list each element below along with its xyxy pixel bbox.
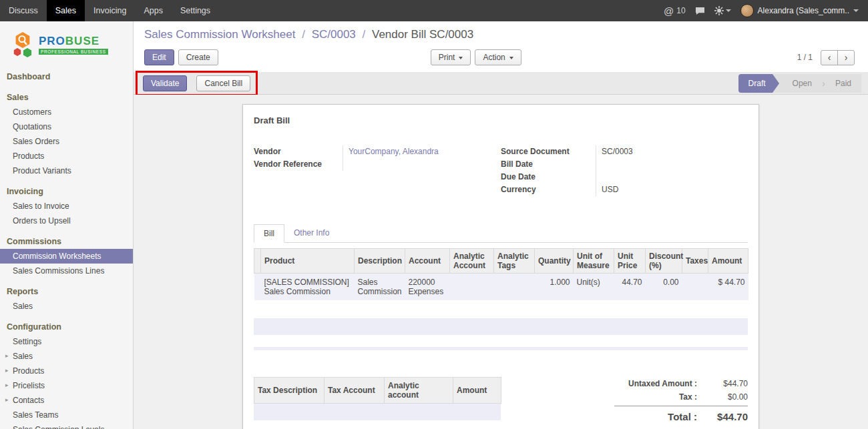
validate-button[interactable]: Validate: [143, 75, 187, 91]
column-header-description: Description: [355, 249, 405, 274]
edit-button[interactable]: Edit: [144, 49, 174, 65]
column-header-product: Product: [261, 249, 355, 274]
tax-value: $0.00: [704, 392, 748, 402]
messages-button[interactable]: [695, 7, 705, 15]
sidebar-section-configuration[interactable]: Configuration: [0, 320, 133, 334]
topbar-menu-apps[interactable]: Apps: [135, 0, 172, 21]
cell-account: 220000 Expenses: [405, 274, 450, 301]
bottom-section: Tax Description Tax Account Analytic acc…: [254, 377, 748, 429]
print-button[interactable]: Print: [431, 49, 471, 65]
notebook-tabs: Bill Other Info: [254, 224, 748, 243]
tax-row: Tax : $0.00: [614, 390, 748, 404]
breadcrumb: Sales Commission Worksheet / SC/0003 / V…: [144, 28, 855, 41]
due-date-value: [596, 171, 748, 183]
handle-column-header: [254, 249, 261, 274]
column-header-analytic-account: Analytic Account: [450, 249, 494, 274]
column-header-discount: Discount (%): [646, 249, 682, 274]
avatar: [740, 4, 754, 17]
caret-down-icon: [459, 57, 463, 59]
sidebar-section-reports[interactable]: Reports: [0, 284, 133, 299]
sidebar-item-contacts[interactable]: ▸Contacts: [0, 393, 133, 408]
untaxed-amount-row: Untaxed Amount : $44.70: [614, 377, 748, 390]
tab-bill[interactable]: Bill: [254, 224, 284, 243]
sidebar-item-sales-orders[interactable]: Sales Orders: [0, 134, 133, 149]
user-menu[interactable]: Alexandra (Sales_comm..: [740, 4, 859, 17]
breadcrumb-worksheet-link[interactable]: Sales Commission Worksheet: [144, 28, 295, 41]
cell-description: Sales Commission: [355, 274, 405, 301]
untaxed-amount-label: Untaxed Amount :: [614, 379, 704, 388]
probuse-logo[interactable]: PROBUSE PROFESSIONAL BUSINESS: [0, 21, 133, 69]
logo-name-part2: BUSE: [65, 35, 99, 47]
topbar-menu-invoicing[interactable]: Invoicing: [85, 0, 135, 21]
caret-down-icon: [726, 9, 731, 12]
column-header-quantity: Quantity: [535, 249, 574, 274]
cell-discount: 0.00: [646, 274, 682, 301]
gear-menu-button[interactable]: [714, 6, 731, 15]
cancel-bill-button[interactable]: Cancel Bill: [196, 75, 250, 91]
cell-uom: Unit(s): [574, 274, 614, 301]
cell-product: [SALES COMMISSION] Sales Commission: [261, 274, 355, 301]
status-state-draft: Draft: [738, 74, 773, 93]
sidebar-item-customers[interactable]: Customers: [0, 105, 133, 119]
submenu-arrow-icon: ▸: [5, 367, 9, 374]
column-header-tax-description: Tax Description: [254, 378, 324, 404]
statusbar: Draft Open › Paid: [738, 74, 861, 93]
sidebar-item-settings[interactable]: Settings: [0, 334, 133, 349]
sidebar-item-commission-worksheets[interactable]: Commission Worksheets: [0, 249, 133, 264]
column-header-taxes: Taxes: [682, 249, 708, 274]
topbar-menu-settings[interactable]: Settings: [172, 0, 219, 21]
vendor-label: Vendor: [254, 145, 343, 158]
sidebar-section-invoicing[interactable]: Invoicing: [0, 184, 133, 199]
status-state-paid: Paid: [825, 74, 861, 93]
column-header-tax-account: Tax Account: [324, 378, 385, 404]
sidebar-item-label: Sales: [13, 352, 33, 361]
breadcrumb-sc0003-link[interactable]: SC/0003: [312, 28, 356, 41]
sidebar-item-label: Contacts: [13, 396, 44, 405]
vendor-link[interactable]: YourCompany, Alexandra: [349, 147, 439, 156]
topbar-menu-discuss[interactable]: Discuss: [0, 0, 47, 21]
tab-other-info[interactable]: Other Info: [284, 224, 339, 242]
sidebar-item-reports-sales[interactable]: Sales: [0, 299, 133, 314]
button-row: Edit Create Print Action 1 / 1 ‹ ›: [144, 49, 855, 65]
sidebar: PROBUSE PROFESSIONAL BUSINESS Dashboard …: [0, 21, 134, 429]
sidebar-item-sales-commissions-lines[interactable]: Sales Commissions Lines: [0, 264, 133, 278]
submenu-arrow-icon: ▸: [5, 382, 9, 388]
action-button[interactable]: Action: [475, 49, 521, 65]
user-name: Alexandra (Sales_comm..: [758, 6, 849, 15]
sidebar-item-sales-teams[interactable]: Sales Teams: [0, 408, 133, 422]
status-state-open: Open: [783, 74, 822, 93]
sidebar-section-sales[interactable]: Sales: [0, 90, 133, 105]
handle-cell: [254, 274, 261, 301]
sidebar-item-quotations[interactable]: Quotations: [0, 119, 133, 134]
bill-date-label: Bill Date: [501, 158, 596, 171]
total-value: $44.70: [704, 411, 748, 422]
sidebar-section-dashboard[interactable]: Dashboard: [0, 69, 133, 84]
tax-table: Tax Description Tax Account Analytic acc…: [254, 377, 501, 404]
sidebar-item-product-variants[interactable]: Product Variants: [0, 163, 133, 178]
cell-unit-price: 44.70: [614, 274, 646, 301]
sidebar-item-sales-commission-levels[interactable]: Sales Commission Levels: [0, 422, 133, 429]
sidebar-item-orders-to-upsell[interactable]: Orders to Upsell: [0, 213, 133, 228]
total-row: Total : $44.70: [614, 406, 748, 424]
column-header-tax-amount: Amount: [453, 378, 501, 404]
sidebar-item-pricelists[interactable]: ▸Pricelists: [0, 378, 133, 393]
topbar-menus: Discuss Sales Invoicing Apps Settings: [0, 0, 219, 21]
invoice-line-row[interactable]: [SALES COMMISSION] Sales Commission Sale…: [254, 274, 748, 301]
totals-block: Untaxed Amount : $44.70 Tax : $0.00 Tota…: [614, 377, 748, 429]
caret-down-icon: [509, 57, 513, 59]
sidebar-section-commissions[interactable]: Commissions: [0, 234, 133, 249]
sidebar-item-config-products[interactable]: ▸Products: [0, 364, 133, 378]
sidebar-item-products[interactable]: Products: [0, 149, 133, 163]
topbar-systray: @ 10 Alexandra (Sales_comm..: [664, 0, 868, 21]
pager-previous-button[interactable]: ‹: [821, 50, 838, 65]
main-area: Sales Commission Worksheet / SC/0003 / V…: [134, 21, 868, 429]
pager-next-button[interactable]: ›: [837, 50, 855, 65]
topbar-menu-sales[interactable]: Sales: [47, 0, 85, 21]
field-group-right: Source Document SC/0003 Bill Date Due Da…: [501, 145, 748, 196]
sidebar-item-label: Products: [13, 366, 44, 376]
create-button[interactable]: Create: [178, 49, 218, 65]
sidebar-item-sales-to-invoice[interactable]: Sales to Invoice: [0, 199, 133, 213]
sidebar-item-config-sales[interactable]: ▸Sales: [0, 349, 133, 364]
field-groups: Vendor YourCompany, Alexandra Vendor Ref…: [254, 145, 748, 196]
mention-counter[interactable]: @ 10: [664, 5, 686, 17]
